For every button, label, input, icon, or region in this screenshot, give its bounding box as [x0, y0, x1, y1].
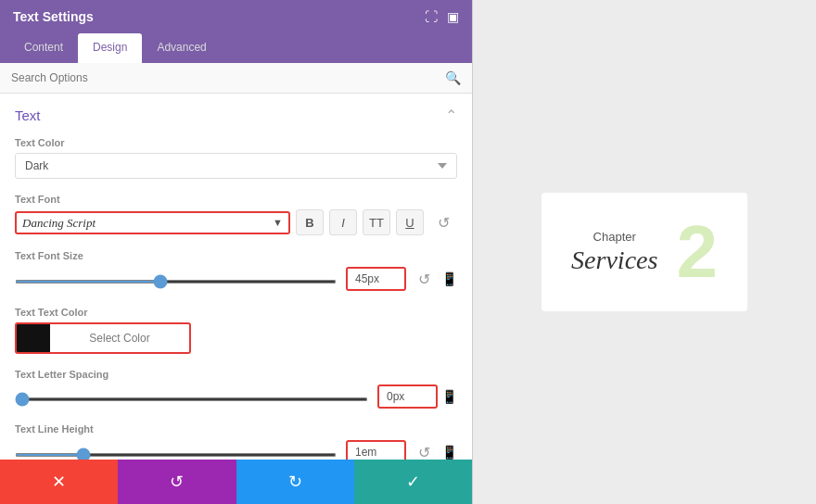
preview-number: 2	[676, 215, 718, 289]
search-icon: 🔍	[445, 70, 461, 85]
line-height-row: 1em ↺ 📱	[15, 439, 457, 460]
settings-panel: Text Settings ⛶ ▣ Content Design Advance…	[0, 0, 473, 504]
line-height-slider[interactable]	[15, 453, 337, 457]
line-height-input[interactable]: 1em	[346, 440, 406, 460]
font-size-field: Text Font Size 45px ↺ 📱	[15, 250, 457, 292]
tab-advanced[interactable]: Advanced	[142, 33, 221, 63]
search-input[interactable]	[11, 71, 445, 84]
font-select[interactable]: Dancing Script	[22, 216, 273, 230]
text-color-select[interactable]: Dark	[15, 153, 457, 179]
color-swatch[interactable]	[17, 324, 50, 352]
font-select-arrow: ▼	[273, 217, 283, 228]
line-height-device-icon: 📱	[441, 445, 457, 460]
letter-spacing-label: Text Letter Spacing	[15, 369, 457, 380]
font-size-input-wrap: 45px ↺ 📱	[346, 266, 457, 292]
redo-button[interactable]: ↻	[236, 460, 354, 504]
letter-spacing-row: 0px 📱	[15, 384, 457, 409]
cancel-button[interactable]: ✕	[0, 460, 118, 504]
panel-header: Text Settings ⛶ ▣	[0, 0, 472, 33]
panel-title: Text Settings	[13, 9, 94, 24]
letter-spacing-input[interactable]: 0px	[377, 384, 438, 409]
section-title: Text ⌃	[15, 107, 457, 124]
preview-area: Chapter Services 2	[473, 0, 816, 504]
search-bar: 🔍	[0, 63, 472, 94]
color-picker-row: Select Color	[15, 322, 191, 354]
panel-content: Text ⌃ Text Color Dark Text Font Dancing…	[0, 94, 472, 460]
preview-chapter-text: Chapter	[571, 230, 657, 244]
line-height-slider-wrap	[15, 446, 337, 460]
font-row: Dancing Script ▼ B I TT U ↺	[15, 209, 457, 235]
font-size-label: Text Font Size	[15, 250, 457, 261]
text-font-label: Text Font	[15, 194, 457, 205]
letter-spacing-input-wrap: 0px 📱	[377, 384, 457, 409]
select-color-button[interactable]: Select Color	[50, 327, 189, 349]
text-color-field: Text Color Dark	[15, 137, 457, 179]
letter-spacing-slider[interactable]	[15, 397, 368, 401]
layout-icon[interactable]: ▣	[447, 9, 459, 24]
font-select-wrapper: Dancing Script ▼	[15, 211, 290, 234]
tab-content[interactable]: Content	[9, 33, 78, 63]
letter-spacing-slider-wrap	[15, 390, 368, 404]
preview-card: Chapter Services 2	[542, 193, 747, 311]
section-collapse-icon[interactable]: ⌃	[445, 107, 457, 124]
tab-bar: Content Design Advanced	[0, 33, 472, 63]
font-bold-button[interactable]: B	[296, 209, 324, 235]
font-reset-button[interactable]: ↺	[429, 209, 457, 235]
fullscreen-icon[interactable]: ⛶	[425, 9, 438, 24]
font-italic-button[interactable]: I	[329, 209, 357, 235]
line-height-field: Text Line Height 1em ↺ 📱	[15, 423, 457, 460]
text-text-color-label: Text Text Color	[15, 307, 457, 318]
font-size-input[interactable]: 45px	[346, 267, 406, 291]
font-size-slider-wrap	[15, 272, 337, 286]
font-tt-button[interactable]: TT	[363, 209, 390, 235]
font-size-reset-button[interactable]: ↺	[410, 266, 438, 292]
tab-design[interactable]: Design	[78, 33, 142, 63]
preview-services-text: Services	[571, 246, 657, 275]
line-height-reset-button[interactable]: ↺	[410, 439, 438, 460]
reset-button[interactable]: ↺	[118, 460, 236, 504]
text-color-label: Text Color	[15, 137, 457, 148]
font-size-device-icon: 📱	[441, 271, 457, 286]
preview-text-block: Chapter Services	[571, 230, 657, 275]
line-height-input-wrap: 1em ↺ 📱	[346, 439, 457, 460]
save-button[interactable]: ✓	[354, 460, 472, 504]
section-title-text: Text	[15, 107, 41, 123]
line-height-label: Text Line Height	[15, 423, 457, 435]
panel-header-icons: ⛶ ▣	[425, 9, 459, 24]
text-font-field: Text Font Dancing Script ▼ B I TT U ↺	[15, 194, 457, 235]
bottom-bar: ✕ ↺ ↻ ✓	[0, 460, 472, 504]
text-text-color-field: Text Text Color Select Color	[15, 307, 457, 354]
font-size-row: 45px ↺ 📱	[15, 266, 457, 292]
font-size-slider[interactable]	[15, 280, 337, 284]
letter-spacing-field: Text Letter Spacing 0px 📱	[15, 369, 457, 409]
font-underline-button[interactable]: U	[396, 209, 424, 235]
letter-spacing-device-icon: 📱	[441, 389, 457, 404]
